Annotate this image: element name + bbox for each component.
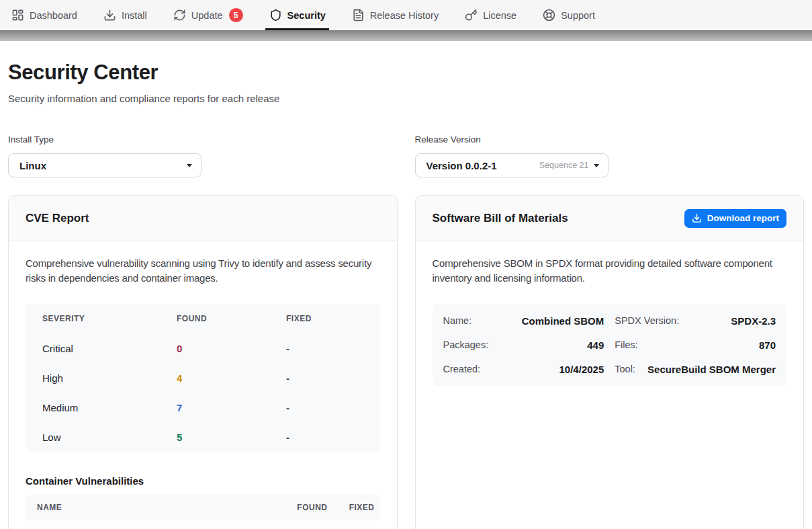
- update-count-badge: 5: [229, 8, 243, 22]
- detail-value: Combined SBOM: [522, 315, 604, 327]
- container-vulnerabilities-heading: Container Vulnerabilities: [26, 476, 380, 486]
- nav-label-support: Support: [561, 10, 595, 21]
- release-version-field: Release Version Version 0.0.2-1 Sequence…: [415, 134, 805, 177]
- install-type-select[interactable]: Linux: [8, 153, 201, 177]
- dashboard-icon: [11, 9, 24, 22]
- page-title: Security Center: [8, 60, 804, 85]
- nav-label-license: License: [483, 10, 516, 21]
- refresh-icon: [173, 9, 186, 22]
- nav-item-release-history[interactable]: Release History: [352, 0, 439, 30]
- download-icon: [103, 9, 116, 22]
- detail-label: Created:: [443, 364, 481, 374]
- download-icon: [692, 213, 702, 223]
- release-version-select[interactable]: Version 0.0.2-1 Sequence 21: [415, 153, 608, 177]
- severity-col-header: Severity: [42, 314, 177, 323]
- severity-row-low: Low 5 -: [42, 422, 363, 452]
- severity-name: High: [42, 372, 177, 384]
- container-table-header: Name Found Fixed: [26, 495, 380, 520]
- top-navigation: Dashboard Install Update 5 Security Rele…: [0, 0, 812, 30]
- controls-row: Install Type Linux Release Version Versi…: [8, 134, 804, 177]
- release-version-meta: Sequence 21: [539, 161, 599, 170]
- cve-card-title: CVE Report: [26, 212, 89, 225]
- download-report-label: Download report: [707, 213, 779, 223]
- sbom-card-header: Software Bill of Materials Download repo…: [416, 196, 804, 241]
- nav-label-update: Update: [191, 10, 223, 21]
- page-subtitle: Security information and compliance repo…: [8, 92, 804, 106]
- severity-found-count: 7: [177, 402, 286, 413]
- found-col-header: Found: [177, 314, 286, 323]
- nav-item-license[interactable]: License: [465, 0, 516, 30]
- sbom-detail-spdx-version: SPDX Version: SPDX-2.3: [615, 309, 776, 333]
- install-type-field: Install Type Linux: [8, 134, 398, 177]
- sbom-detail-created: Created: 10/4/2025: [443, 357, 604, 381]
- nav-item-dashboard[interactable]: Dashboard: [11, 0, 77, 30]
- fixed-col-header: Fixed: [286, 314, 363, 323]
- nav-shadow-strip: [0, 30, 812, 41]
- found-col-header: Found: [277, 503, 328, 512]
- nav-item-update[interactable]: Update 5: [173, 0, 243, 30]
- sbom-detail-name: Name: Combined SBOM: [443, 309, 604, 333]
- severity-row-high: High 4 -: [42, 363, 363, 393]
- sbom-detail-packages: Packages: 449: [443, 333, 604, 357]
- install-type-value: Linux: [19, 160, 46, 171]
- release-version-value: Version 0.0.2-1: [426, 160, 497, 171]
- sbom-detail-tool: Tool: SecureBuild SBOM Merger: [615, 357, 776, 381]
- sequence-label: Sequence 21: [539, 161, 589, 170]
- cve-card-body: Comprehensive vulnerability scanning usi…: [9, 241, 397, 529]
- severity-name: Medium: [42, 402, 177, 413]
- nav-item-security[interactable]: Security: [269, 0, 326, 30]
- cve-report-card: CVE Report Comprehensive vulnerability s…: [8, 195, 398, 529]
- severity-row-critical: Critical 0 -: [42, 333, 363, 363]
- severity-found-count: 0: [177, 343, 286, 354]
- nav-label-install: Install: [122, 10, 147, 21]
- sbom-card-body: Comprehensive SBOM in SPDX format provid…: [416, 241, 804, 529]
- document-icon: [352, 9, 365, 22]
- severity-table-header: Severity Found Fixed: [42, 304, 363, 333]
- cve-description: Comprehensive vulnerability scanning usi…: [26, 256, 380, 285]
- key-icon: [465, 9, 478, 22]
- cve-card-header: CVE Report: [9, 196, 397, 241]
- lifebuoy-icon: [543, 9, 555, 22]
- nav-item-support[interactable]: Support: [543, 0, 595, 30]
- sbom-card-title: Software Bill of Materials: [433, 212, 568, 225]
- detail-label: SPDX Version:: [615, 315, 679, 326]
- nav-label-release-history: Release History: [370, 10, 439, 21]
- severity-fixed-count: -: [286, 372, 363, 384]
- fixed-col-header: Fixed: [328, 503, 375, 512]
- sbom-card: Software Bill of Materials Download repo…: [415, 195, 805, 529]
- detail-label: Name:: [443, 315, 472, 326]
- install-type-label: Install Type: [8, 134, 398, 145]
- severity-name: Low: [42, 432, 177, 443]
- chevron-down-icon: [187, 164, 192, 167]
- severity-found-count: 4: [177, 372, 286, 384]
- detail-value: 10/4/2025: [559, 364, 604, 375]
- detail-value: 870: [759, 339, 776, 351]
- main-content: Security Center Security information and…: [0, 60, 812, 529]
- severity-fixed-count: -: [286, 432, 363, 443]
- cards-row: CVE Report Comprehensive vulnerability s…: [8, 195, 804, 529]
- severity-row-medium: Medium 7 -: [42, 393, 363, 422]
- nav-label-security: Security: [287, 10, 326, 21]
- detail-value: SPDX-2.3: [731, 315, 776, 327]
- sbom-detail-files: Files: 870: [615, 333, 776, 357]
- detail-label: Packages:: [443, 339, 489, 350]
- severity-table: Severity Found Fixed Critical 0 - High 4…: [26, 304, 380, 452]
- shield-icon: [269, 9, 282, 22]
- detail-value: SecureBuild SBOM Merger: [647, 364, 776, 375]
- nav-label-dashboard: Dashboard: [30, 10, 77, 21]
- severity-found-count: 5: [177, 432, 286, 443]
- release-version-label: Release Version: [415, 134, 805, 145]
- name-col-header: Name: [37, 503, 277, 512]
- download-report-button[interactable]: Download report: [684, 209, 786, 228]
- severity-name: Critical: [42, 343, 177, 354]
- nav-item-install[interactable]: Install: [103, 0, 147, 30]
- severity-fixed-count: -: [286, 402, 363, 413]
- detail-value: 449: [587, 339, 604, 351]
- severity-fixed-count: -: [286, 343, 363, 354]
- detail-label: Files:: [615, 339, 638, 350]
- sbom-description: Comprehensive SBOM in SPDX format provid…: [433, 256, 787, 285]
- sbom-details-panel: Name: Combined SBOM SPDX Version: SPDX-2…: [433, 304, 787, 386]
- chevron-down-icon: [594, 164, 599, 167]
- detail-label: Tool:: [615, 364, 635, 374]
